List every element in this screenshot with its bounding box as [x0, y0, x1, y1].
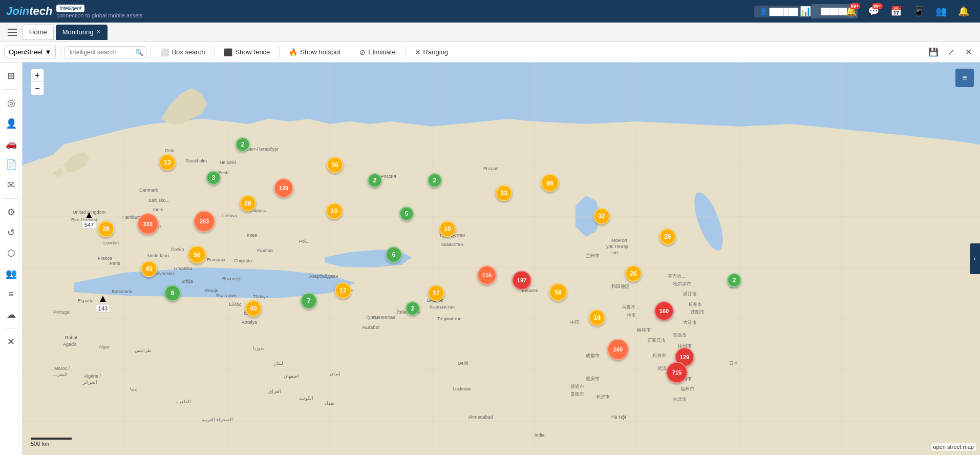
expand-map-btn[interactable]: ⤢ [943, 45, 958, 60]
truck-marker-2[interactable]: ▲ 143 [96, 293, 110, 313]
sidebar-close-btn[interactable]: ✕ [2, 333, 20, 351]
sidebar-vehicle-btn[interactable]: 🚗 [2, 135, 20, 153]
cluster-c8[interactable]: 2 [428, 173, 442, 188]
sidebar-document-btn[interactable]: 📄 [2, 155, 20, 174]
cluster-c28[interactable]: 197 [512, 271, 531, 290]
sidebar-cloud-btn[interactable]: ☁ [2, 305, 20, 324]
tab-monitoring-close[interactable]: ✕ [96, 29, 101, 35]
zoom-out-btn[interactable]: − [31, 82, 44, 95]
ranging-label: Ranging [423, 48, 448, 56]
right-panel-toggle-btn[interactable]: ‹ [970, 243, 980, 274]
device-btn[interactable]: 📱 [908, 2, 929, 20]
cluster-c16[interactable]: 32 [593, 208, 610, 224]
cluster-c19[interactable]: 40 [141, 261, 157, 277]
report-btn[interactable]: 📊 ██████ [818, 2, 839, 20]
cluster-c22[interactable]: 6 [164, 285, 181, 301]
cluster-c30[interactable]: 58 [549, 283, 567, 301]
layer-panel-btn[interactable]: ≡ [955, 69, 974, 87]
toolbar-divider-3 [214, 46, 215, 58]
sidebar-layers-btn[interactable]: ⬡ [2, 244, 20, 262]
cluster-c14[interactable]: 28 [98, 221, 114, 237]
cluster-c7[interactable]: 2 [368, 173, 382, 188]
svg-text:Казахстан: Казахстан [441, 242, 463, 247]
svg-text:青岛市: 青岛市 [673, 333, 687, 338]
cluster-c6[interactable]: 26 [240, 195, 256, 212]
cluster-c31[interactable]: 26 [625, 265, 642, 282]
cluster-c33[interactable]: 14 [589, 309, 605, 326]
map-type-select[interactable]: OpenStreet ▼ [4, 46, 56, 58]
cluster-c5[interactable]: 129 [274, 178, 293, 198]
svg-text:Alger: Alger [99, 344, 110, 349]
cluster-c17[interactable]: 10 [439, 221, 456, 237]
cluster-c12[interactable]: 263 [194, 211, 215, 232]
header: Jointech intelligent connection to globa… [0, 0, 980, 23]
search-wrap: 🔍 [65, 46, 146, 58]
cluster-c11[interactable]: 10 [326, 203, 343, 219]
cluster-c2[interactable]: 13 [159, 154, 176, 171]
svg-text:العراق: العراق [268, 389, 281, 395]
map-background[interactable]: Oslo Stockholm Eesti Helsinki Санкт-Пете… [23, 63, 980, 455]
tab-home[interactable]: Home [23, 25, 54, 40]
chat-btn[interactable]: 💬 99+ [863, 2, 884, 20]
cluster-c34[interactable]: 160 [654, 301, 674, 321]
show-fence-btn[interactable]: ⬛ Show fence [219, 46, 275, 58]
bell-btn[interactable]: 🔔 99+ [841, 2, 861, 20]
sidebar-stack-btn[interactable]: ≡ [2, 285, 20, 303]
cluster-c4[interactable]: 36 [327, 157, 343, 173]
cluster-c13[interactable]: 333 [137, 213, 159, 235]
cluster-c23[interactable]: 7 [301, 293, 317, 309]
cluster-c10[interactable]: 33 [496, 185, 512, 201]
cluster-c20[interactable]: 6 [386, 246, 402, 263]
sidebar-mail-btn[interactable]: ✉ [2, 176, 20, 194]
cluster-c24[interactable]: 40 [245, 300, 262, 317]
cluster-c18[interactable]: 56 [188, 246, 206, 264]
sidebar-group-btn[interactable]: 👥 [2, 264, 20, 283]
cluster-c37[interactable]: 715 [666, 362, 688, 383]
calendar-btn[interactable]: 📅 [886, 2, 906, 20]
cluster-c29[interactable]: 2 [406, 301, 420, 316]
zoom-in-btn[interactable]: + [31, 69, 44, 82]
toolbar-divider-1 [60, 46, 60, 58]
svg-text:重庆市: 重庆市 [586, 376, 600, 381]
svg-text:улс тэнгэр: улс тэнгэр [606, 244, 628, 249]
svg-text:石家庄市: 石家庄市 [647, 338, 666, 343]
cluster-c15[interactable]: 5 [399, 206, 414, 221]
sidebar-settings-btn[interactable]: ⚙ [2, 203, 20, 221]
hamburger-btn[interactable] [4, 24, 20, 40]
close-map-btn[interactable]: ✕ [961, 45, 976, 60]
box-search-btn[interactable]: ⬜ Box search [155, 46, 210, 58]
sidebar-home-btn[interactable]: ⊞ [2, 67, 20, 85]
svg-text:more: more [153, 207, 164, 212]
svg-text:Hà Nội: Hà Nội [611, 415, 626, 420]
person-add-btn[interactable]: 👥 [931, 2, 951, 20]
toolbar-divider-4 [279, 46, 280, 58]
cluster-c36[interactable]: 260 [607, 339, 629, 360]
cluster-c25[interactable]: 17 [335, 282, 351, 299]
tab-monitoring[interactable]: Monitoring ✕ [56, 25, 108, 40]
svg-text:Česko: Česko [171, 247, 184, 252]
svg-text:Danmark: Danmark [139, 188, 158, 193]
intelligent-search-input[interactable] [65, 46, 146, 58]
cluster-c1[interactable]: 2 [236, 137, 250, 152]
cluster-c3[interactable]: 3 [206, 171, 221, 185]
truck-marker-1[interactable]: ▲ 547 [82, 209, 96, 229]
cluster-c9[interactable]: 96 [541, 174, 559, 192]
cluster-c26[interactable]: 17 [428, 285, 444, 301]
svg-text:Кыргызстан: Кыргызстан [430, 304, 455, 309]
sidebar-refresh-btn[interactable]: ↺ [2, 223, 20, 242]
toolbar-action-icons: 💾 ⤢ ✕ [926, 45, 976, 60]
sidebar-person-btn[interactable]: 👤 [2, 114, 20, 133]
map-attribution[interactable]: open street map [931, 443, 976, 451]
save-map-btn[interactable]: 💾 [926, 45, 941, 60]
alert-btn[interactable]: 🔔 [953, 2, 974, 20]
cluster-c21[interactable]: 26 [659, 229, 676, 245]
eliminate-btn[interactable]: ⊘ Eliminate [354, 46, 400, 58]
svg-text:الصحراء الغربية: الصحراء الغربية [202, 417, 233, 423]
sidebar-location-btn[interactable]: ◎ [2, 94, 20, 112]
svg-text:Maroc /: Maroc / [54, 366, 70, 371]
sidebar-divider-2 [4, 198, 18, 199]
cluster-c27[interactable]: 116 [477, 265, 497, 285]
show-hotspot-btn[interactable]: 🔥 Show hotspot [284, 46, 346, 58]
cluster-c32[interactable]: 2 [727, 273, 741, 287]
ranging-btn[interactable]: ✕ Ranging [410, 46, 453, 58]
